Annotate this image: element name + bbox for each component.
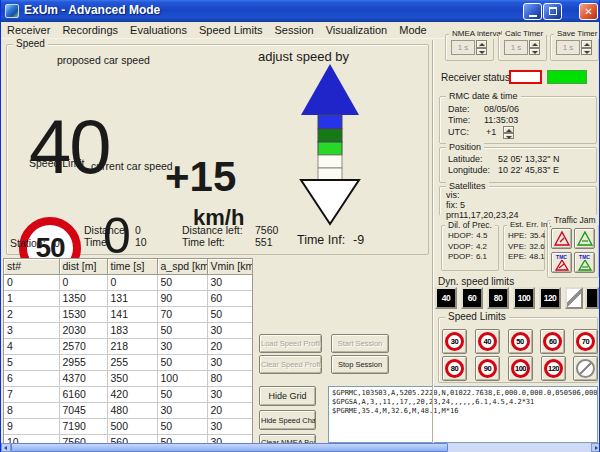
spin-up-icon[interactable] <box>529 40 540 48</box>
table-row[interactable]: 0 0 0 50 30 <box>4 274 253 290</box>
menu-item[interactable]: Speed Limits <box>193 23 269 37</box>
cell-st[interactable]: 2 <box>4 306 59 322</box>
cell-time[interactable]: 500 <box>107 418 157 434</box>
cell-aspd[interactable]: 30 <box>157 402 207 418</box>
nmea-board[interactable]: $GPRMC,103503,A,5205.2220,N,01022.7638,E… <box>328 386 598 443</box>
speed-limit-sign-button[interactable]: 100 <box>508 356 533 381</box>
speed-limit-sign-button[interactable]: 80 <box>442 356 467 381</box>
table-header-cell[interactable]: Vmin [km/h] <box>207 259 253 274</box>
cell-st[interactable]: 1 <box>4 290 59 306</box>
cell-st[interactable]: 4 <box>4 338 59 354</box>
menu-item[interactable]: Receiver <box>1 23 56 37</box>
speed-limit-sign-button[interactable]: 90 <box>475 356 500 381</box>
cell-time[interactable]: 218 <box>107 338 157 354</box>
start-session-button[interactable]: Start Session <box>331 334 389 353</box>
no-limit-sign-button[interactable] <box>573 356 598 381</box>
spin-up-icon[interactable] <box>581 40 592 48</box>
table-row[interactable]: 6 4370 350 100 80 <box>4 370 253 386</box>
table-row[interactable]: 7 6160 420 50 30 <box>4 386 253 402</box>
menu-item[interactable]: Recordings <box>56 23 124 37</box>
cell-time[interactable]: 480 <box>107 402 157 418</box>
scrollbar-thumb[interactable] <box>11 443 448 452</box>
cell-time[interactable]: 131 <box>107 290 157 306</box>
cell-dist[interactable]: 2030 <box>59 322 107 338</box>
close-button[interactable]: ✕ <box>579 3 598 20</box>
table-row[interactable]: 4 2570 218 30 20 <box>4 338 253 354</box>
menu-item[interactable]: Visualization <box>320 23 394 37</box>
cell-vmin[interactable]: 60 <box>207 290 253 306</box>
cell-vmin[interactable]: 20 <box>207 402 253 418</box>
hide-speed-chart-button[interactable]: Hide Speed Chart <box>259 410 316 430</box>
cell-time[interactable]: 183 <box>107 322 157 338</box>
cell-vmin[interactable]: 30 <box>207 322 253 338</box>
cell-aspd[interactable]: 70 <box>157 306 207 322</box>
traffic-jam-green-button[interactable] <box>574 228 595 249</box>
stop-session-button[interactable]: Stop Session <box>331 355 389 374</box>
traffic-jam-red-button[interactable] <box>551 228 572 249</box>
menu-item[interactable]: Session <box>269 23 320 37</box>
cell-vmin[interactable]: 80 <box>207 370 253 386</box>
cell-dist[interactable]: 7190 <box>59 418 107 434</box>
cell-st[interactable]: 0 <box>4 274 59 290</box>
cell-aspd[interactable]: 30 <box>157 338 207 354</box>
cell-aspd[interactable]: 50 <box>157 274 207 290</box>
spin-down-icon[interactable] <box>503 133 514 140</box>
cell-time[interactable]: 141 <box>107 306 157 322</box>
cell-vmin[interactable]: 50 <box>207 306 253 322</box>
dyn-limit-off-button[interactable] <box>585 287 599 309</box>
tmc-green-button[interactable]: TMC <box>574 252 595 273</box>
cell-dist[interactable]: 1350 <box>59 290 107 306</box>
cell-st[interactable]: 9 <box>4 418 59 434</box>
table-row[interactable]: 9 7190 500 50 30 <box>4 418 253 434</box>
speed-limit-sign-button[interactable]: 60 <box>540 329 565 354</box>
stations-table[interactable]: st#dist [m]time [s]a_spd [km/h]Vmin [km/… <box>3 258 253 445</box>
scroll-left-icon[interactable] <box>1 443 11 452</box>
nmea-interval-spinner[interactable]: 1 s <box>451 40 487 55</box>
hide-grid-button[interactable]: Hide Grid <box>259 386 316 406</box>
speed-limit-sign-button[interactable]: 30 <box>442 329 467 354</box>
cell-vmin[interactable]: 30 <box>207 386 253 402</box>
cell-dist[interactable]: 1530 <box>59 306 107 322</box>
dyn-speed-limit-button[interactable]: 80 <box>487 287 509 309</box>
scroll-right-icon[interactable] <box>591 443 600 452</box>
table-row[interactable]: 1 1350 131 90 60 <box>4 290 253 306</box>
spin-down-icon[interactable] <box>529 48 540 56</box>
speed-limit-sign-button[interactable]: 120 <box>541 356 566 381</box>
cell-aspd[interactable]: 50 <box>157 354 207 370</box>
cell-time[interactable]: 420 <box>107 386 157 402</box>
cell-vmin[interactable]: 30 <box>207 418 253 434</box>
dyn-speed-limit-button[interactable]: 120 <box>539 287 561 309</box>
save-timer-spinner[interactable]: 1 s <box>556 40 592 55</box>
spin-up-icon[interactable] <box>476 40 487 48</box>
speed-limit-sign-button[interactable]: 50 <box>508 329 533 354</box>
cell-aspd[interactable]: 100 <box>157 370 207 386</box>
cell-st[interactable]: 7 <box>4 386 59 402</box>
cell-time[interactable]: 350 <box>107 370 157 386</box>
cell-aspd[interactable]: 50 <box>157 386 207 402</box>
cell-time[interactable]: 0 <box>107 274 157 290</box>
titlebar[interactable]: ExUm - Advanced Mode ✕ <box>1 0 600 22</box>
minimize-button[interactable] <box>523 3 542 20</box>
table-row[interactable]: 3 2030 183 50 30 <box>4 322 253 338</box>
cell-st[interactable]: 6 <box>4 370 59 386</box>
dyn-speed-limit-button[interactable]: 60 <box>461 287 483 309</box>
cell-aspd[interactable]: 50 <box>157 322 207 338</box>
cell-vmin[interactable]: 30 <box>207 274 253 290</box>
speed-limit-sign-button[interactable]: 70 <box>573 329 598 354</box>
table-row[interactable]: 5 2955 255 50 30 <box>4 354 253 370</box>
menu-item[interactable]: Evaluations <box>124 23 193 37</box>
cell-aspd[interactable]: 90 <box>157 290 207 306</box>
dyn-speed-limit-button[interactable]: 100 <box>513 287 535 309</box>
cell-dist[interactable]: 0 <box>59 274 107 290</box>
table-header-cell[interactable]: st# <box>4 259 59 274</box>
cell-dist[interactable]: 2570 <box>59 338 107 354</box>
table-row[interactable]: 2 1530 141 70 50 <box>4 306 253 322</box>
table-header-cell[interactable]: dist [m] <box>59 259 107 274</box>
cell-dist[interactable]: 2955 <box>59 354 107 370</box>
dyn-limit-end-button[interactable] <box>565 287 583 309</box>
calc-timer-spinner[interactable]: 1 s <box>504 40 540 55</box>
spin-down-icon[interactable] <box>476 48 487 56</box>
load-speed-profile-button[interactable]: Load Speed Profile <box>259 334 322 353</box>
menu-item[interactable]: Mode <box>393 23 433 37</box>
clear-speed-profile-button[interactable]: Clear Speed Profile <box>259 355 322 374</box>
